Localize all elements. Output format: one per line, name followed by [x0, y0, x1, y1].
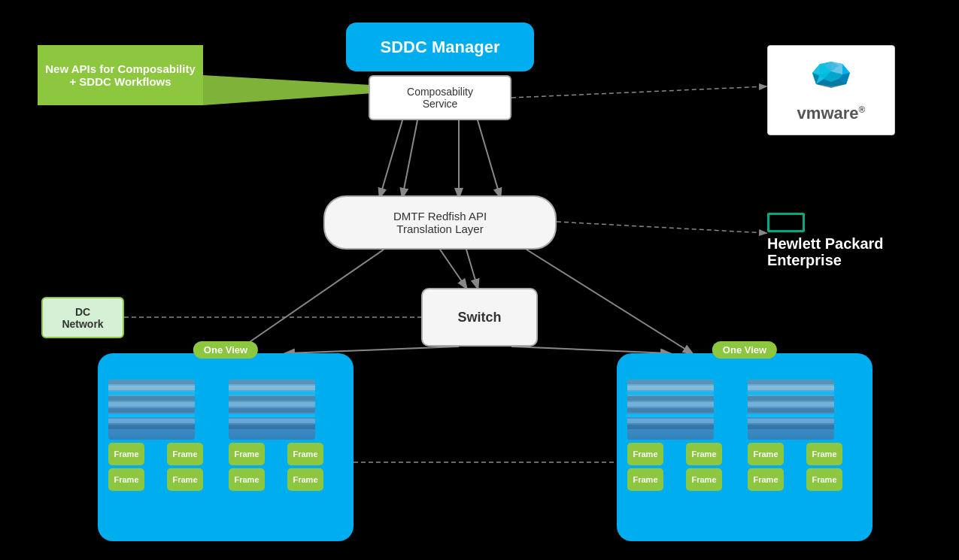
rack-stripe [108, 419, 195, 423]
rack-stripe [108, 392, 195, 395]
servers-grid-right: Frame Frame Frame Frame [617, 353, 873, 501]
rack-stripe [229, 408, 315, 413]
one-view-text-right: One View [723, 344, 766, 356]
svg-line-5 [511, 86, 766, 98]
rack-stripe [627, 408, 714, 413]
hpe-line2: Enterprise [767, 252, 842, 268]
svg-line-9 [233, 250, 384, 353]
switch-label: Switch [457, 310, 501, 325]
rack-stripe [748, 414, 834, 417]
rack-stripe [748, 419, 834, 423]
rack-stripe [627, 402, 714, 407]
frame-box-4c: Frame [748, 468, 784, 491]
frame-box-2d: Frame [287, 468, 323, 491]
rack-stripe [627, 386, 714, 390]
frame-box-2a: Frame [229, 443, 265, 465]
svg-line-2 [402, 120, 417, 197]
rack-stripe [229, 419, 315, 423]
server-unit-right-2: Frame Frame Frame Frame [748, 380, 862, 491]
frame-box-3d: Frame [686, 468, 722, 491]
vmware-brand-text: vmware® [797, 104, 866, 123]
rack-stripe [108, 386, 195, 390]
vmware-logo: vmware® [767, 45, 895, 135]
frame-box-1a: Frame [108, 443, 144, 465]
rack-stripe [748, 425, 834, 429]
frame-box-1d: Frame [167, 468, 203, 491]
frame-box-4b: Frame [806, 443, 842, 465]
rack-stripe [108, 408, 195, 413]
server-unit-right-1: Frame Frame Frame Frame [627, 380, 742, 491]
svg-marker-17 [842, 64, 850, 74]
new-apis-text: New APIs for Composability + SDDC Workfl… [44, 62, 197, 88]
rack-stripe [748, 386, 834, 390]
frame-box-2c: Frame [229, 468, 265, 491]
hpe-logo: Hewlett Packard Enterprise [767, 210, 910, 271]
svg-line-1 [380, 120, 402, 197]
hpe-text: Hewlett Packard Enterprise [767, 235, 884, 268]
rack-stripe [748, 380, 834, 384]
rack-body-4 [748, 380, 834, 440]
one-view-label-left: One View [193, 341, 258, 359]
composability-service-box: ComposabilityService [369, 75, 511, 120]
server-unit-left-1: Frame Frame Frame Frame [108, 380, 223, 491]
frame-box-2b: Frame [287, 443, 323, 465]
rack-stripe [229, 392, 315, 395]
rack-stripe [748, 402, 834, 407]
rack-stripe [748, 392, 834, 395]
rack-stripe [108, 396, 195, 401]
dmtf-redfish-label: DMTF Redfish APITranslation Layer [393, 210, 487, 235]
rack-stripe [627, 396, 714, 401]
rack-stripe [229, 402, 315, 407]
rack-body-1 [108, 380, 195, 440]
frame-box-3c: Frame [627, 468, 663, 491]
frame-box-3a: Frame [627, 443, 663, 465]
svg-line-6 [557, 222, 766, 233]
frame-box-1b: Frame [167, 443, 203, 465]
svg-line-11 [286, 347, 459, 353]
rack-stripe [748, 408, 834, 413]
one-view-label-right: One View [712, 341, 777, 359]
new-apis-label: New APIs for Composability + SDDC Workfl… [38, 45, 203, 105]
switch-box: Switch [421, 288, 538, 347]
frame-box-3b: Frame [686, 443, 722, 465]
rack-stripe [229, 414, 315, 417]
cluster-left: One View Frame Frame [98, 353, 354, 541]
servers-grid-left: Frame Frame Frame Frame [98, 353, 354, 501]
frame-box-1c: Frame [108, 468, 144, 491]
rack-stripe [229, 386, 315, 390]
svg-line-7 [440, 250, 466, 288]
svg-line-10 [527, 250, 692, 353]
diagram-container: New APIs for Composability + SDDC Workfl… [0, 0, 959, 560]
rack-stripe [108, 414, 195, 417]
sddc-manager-box: SDDC Manager [346, 23, 534, 71]
dmtf-redfish-box: DMTF Redfish APITranslation Layer [323, 195, 557, 250]
dc-network-box: DCNetwork [41, 297, 124, 338]
sddc-manager-label: SDDC Manager [381, 38, 500, 57]
server-unit-left-2: Frame Frame Frame Frame [229, 380, 343, 491]
composability-service-label: ComposabilityService [407, 86, 473, 110]
vmware-registered: ® [859, 104, 866, 114]
cluster-right: One View Frame Frame [617, 353, 873, 541]
frame-box-4d: Frame [806, 468, 842, 491]
hpe-green-box [767, 213, 805, 232]
vmware-text-span: vmware [797, 104, 859, 123]
hpe-line1: Hewlett Packard [767, 235, 884, 252]
svg-line-4 [478, 120, 500, 197]
one-view-text-left: One View [204, 344, 247, 356]
rack-body-2 [229, 380, 315, 440]
rack-stripe [229, 380, 315, 384]
rack-stripe [627, 425, 714, 429]
rack-body-3 [627, 380, 714, 440]
rack-stripe [108, 380, 195, 384]
frame-box-4a: Frame [748, 443, 784, 465]
dc-network-label: DCNetwork [62, 306, 103, 330]
rack-stripe [748, 396, 834, 401]
rack-stripe [627, 414, 714, 417]
rack-stripe [229, 425, 315, 429]
svg-line-8 [466, 250, 478, 288]
rack-stripe [627, 392, 714, 395]
rack-stripe [108, 425, 195, 429]
rack-stripe [627, 380, 714, 384]
vmware-cloud-icon [801, 58, 861, 99]
svg-line-12 [511, 347, 669, 353]
